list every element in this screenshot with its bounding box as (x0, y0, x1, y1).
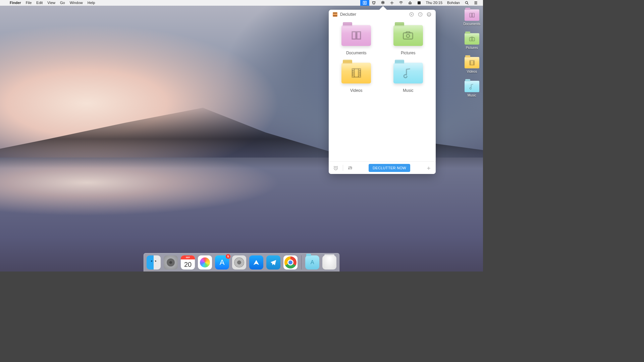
dock-appstore[interactable]: 5 (215, 255, 229, 269)
dock-separator (301, 255, 302, 269)
calendar-day: 20 (181, 259, 195, 269)
folder-icon (465, 57, 479, 68)
popover-folder-videos[interactable]: Videos (341, 63, 371, 93)
app-menu[interactable]: Finder (7, 0, 23, 6)
menubar: Finder File Edit View Go Window Help A T… (0, 0, 483, 6)
separator (343, 165, 343, 171)
badge: 5 (226, 254, 230, 259)
svg-point-6 (471, 38, 473, 40)
tray-icon-1[interactable] (369, 0, 378, 6)
menu-view[interactable]: View (45, 0, 58, 6)
folder-icon (465, 33, 479, 45)
keyboard-input-icon[interactable]: A (415, 0, 424, 6)
svg-point-17 (350, 166, 351, 167)
svg-point-18 (351, 167, 352, 168)
clock[interactable]: Thu 20:15 (424, 0, 445, 6)
dock-app-generic-1[interactable] (249, 255, 263, 269)
menu-window[interactable]: Window (67, 0, 85, 6)
svg-rect-12 (404, 33, 413, 39)
power-icon[interactable] (426, 12, 432, 17)
popover-header: Declutter ? (329, 10, 436, 19)
declutter-menubar-icon[interactable] (360, 0, 369, 6)
svg-point-16 (348, 168, 350, 169)
dock-finder[interactable] (147, 255, 161, 269)
wifi-icon[interactable] (396, 0, 406, 6)
menu-file[interactable]: File (23, 0, 34, 6)
spotlight-icon[interactable] (462, 0, 471, 6)
folder-icon (341, 25, 371, 46)
dock-telegram[interactable] (266, 255, 280, 269)
notification-center-icon[interactable] (471, 0, 480, 6)
alarm-icon[interactable] (332, 164, 339, 172)
folder-label: Music (403, 88, 413, 93)
declutter-now-button[interactable]: DECLUTTER NOW (369, 164, 410, 172)
svg-rect-7 (470, 60, 474, 65)
desktop-folder-label: Music (468, 94, 476, 97)
folder-label: Documents (346, 51, 367, 55)
add-button[interactable]: ＋ (425, 164, 432, 172)
dock-calendar[interactable]: SEP 20 (181, 255, 195, 269)
desktop-folder-label: Pictures (466, 46, 478, 50)
svg-text:?: ? (420, 13, 421, 16)
folder-label: Pictures (401, 51, 415, 55)
dock-launchpad[interactable] (164, 255, 178, 269)
desktop-icons: Documents Pictures Videos Music (463, 9, 480, 97)
folder-icon (393, 25, 423, 46)
menu-go[interactable]: Go (58, 0, 67, 6)
help-icon[interactable]: ? (418, 12, 423, 17)
desktop-folder-videos[interactable]: Videos (465, 57, 479, 73)
sliders-icon[interactable] (346, 164, 354, 172)
user-menu[interactable]: Bohdan (445, 0, 462, 6)
popover-title: Declutter (340, 12, 356, 17)
dock-chrome[interactable] (283, 255, 298, 269)
declutter-app-icon (333, 12, 337, 17)
popover-folder-pictures[interactable]: Pictures (393, 25, 423, 55)
dropbox-icon[interactable] (378, 0, 387, 6)
svg-rect-5 (469, 38, 474, 41)
folder-icon (341, 63, 371, 83)
folder-icon (393, 63, 423, 83)
menu-help[interactable]: Help (85, 0, 98, 6)
desktop-folder-documents[interactable]: Documents (463, 9, 480, 26)
dock-trash[interactable] (322, 255, 336, 269)
svg-point-13 (407, 35, 410, 38)
eject-icon[interactable] (406, 0, 415, 6)
popover-footer: DECLUTTER NOW ＋ (329, 161, 436, 174)
svg-point-4 (465, 1, 468, 4)
dock-system-preferences[interactable] (232, 255, 246, 269)
dock-photos[interactable] (198, 255, 212, 269)
svg-point-1 (391, 2, 392, 3)
dock-applications-folder[interactable] (305, 255, 319, 269)
popover-body: Documents Pictures Videos Music (329, 19, 436, 161)
popover-folder-music[interactable]: Music (393, 63, 423, 93)
desktop-folder-pictures[interactable]: Pictures (465, 33, 479, 50)
calendar-month: SEP (181, 255, 195, 259)
declutter-popover: Declutter ? Documents Pictures Videos Mu… (329, 10, 436, 174)
play-icon[interactable] (409, 12, 414, 17)
menu-edit[interactable]: Edit (34, 0, 45, 6)
popover-folder-documents[interactable]: Documents (341, 25, 371, 55)
svg-rect-14 (352, 69, 361, 77)
folder-icon (465, 9, 479, 21)
tray-icon-2[interactable] (387, 0, 396, 6)
folder-label: Videos (350, 88, 362, 93)
dock: SEP 20 5 (144, 253, 339, 272)
desktop-folder-music[interactable]: Music (465, 81, 479, 97)
svg-text:A: A (418, 1, 420, 4)
desktop-folder-label: Documents (463, 22, 480, 26)
desktop-folder-label: Videos (467, 70, 477, 73)
folder-icon (465, 81, 479, 92)
